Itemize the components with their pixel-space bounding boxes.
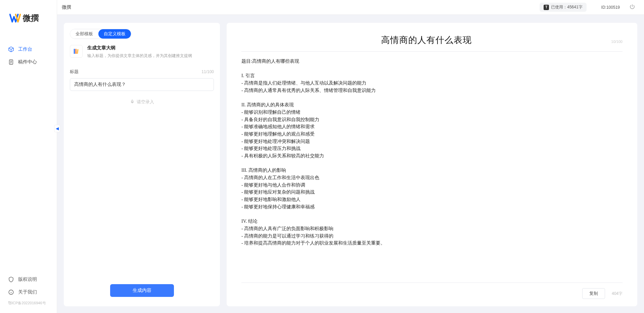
nav-item-copyright[interactable]: 版权说明 — [0, 274, 57, 285]
form-section: 标题 11/100 请空录入 — [64, 61, 220, 276]
books-icon — [70, 45, 83, 58]
output-footer: 复制 404字 — [241, 282, 623, 306]
svg-rect-3 — [75, 49, 77, 54]
template-tabs: 全部模板 自定义模板 — [64, 23, 220, 39]
cube-icon — [8, 46, 14, 52]
sidebar-collapse-handle[interactable]: ◀ — [54, 125, 60, 132]
document-icon — [8, 59, 14, 65]
sidebar: 微撰 工作台 稿件中心 ◀ — [0, 0, 57, 313]
tab-all-templates[interactable]: 全部模板 — [70, 29, 98, 39]
nav-item-workbench[interactable]: 工作台 — [0, 44, 57, 55]
nav-label: 工作台 — [18, 46, 32, 52]
svg-rect-5 — [132, 100, 133, 102]
tab-custom-templates[interactable]: 自定义模板 — [98, 29, 131, 39]
svg-rect-2 — [74, 49, 75, 54]
usage-text: 已使用：45641字 — [551, 4, 582, 10]
config-panel: 全部模板 自定义模板 生成文章大纲 输入标题，为你提供文章主 — [64, 23, 220, 306]
power-icon[interactable] — [629, 4, 635, 11]
logo: 微撰 — [0, 0, 57, 32]
work-area: 全部模板 自定义模板 生成文章大纲 输入标题，为你提供文章主 — [57, 15, 644, 313]
output-title-count: 10/100 — [611, 40, 623, 44]
left-footer: 生成内容 — [64, 276, 220, 306]
main: 微撰 T 已使用：45641字 ID:100519 全部模板 自定义模板 — [57, 0, 644, 313]
generate-button[interactable]: 生成内容 — [110, 284, 174, 297]
sidebar-footer: 版权说明 关于我们 鄂ICP备2022016946号 — [0, 274, 57, 313]
template-card: 生成文章大纲 输入标题，为你提供文章主体的灵感，并为其创建推文提纲 — [64, 39, 220, 61]
primary-nav: 工作台 稿件中心 — [0, 32, 57, 80]
copy-button[interactable]: 复制 — [582, 288, 605, 299]
output-word-count: 404字 — [612, 291, 623, 297]
nav-label: 稿件中心 — [18, 59, 37, 65]
output-title[interactable]: 高情商的人有什么表现 — [241, 34, 611, 46]
info-icon — [8, 289, 14, 295]
nav-item-about[interactable]: 关于我们 — [0, 286, 57, 298]
usage-chip[interactable]: T 已使用：45641字 — [540, 3, 586, 12]
title-char-count: 11/100 — [201, 69, 214, 74]
shield-icon — [8, 276, 14, 282]
topbar: 微撰 T 已使用：45641字 ID:100519 — [57, 0, 644, 15]
logo-mark-icon — [9, 13, 21, 23]
app-name: 微撰 — [62, 4, 71, 10]
template-title: 生成文章大纲 — [87, 45, 192, 51]
output-body[interactable]: 题目:高情商的人有哪些表现 I. 引言 - 高情商是指人们处理情绪、与他人互动以… — [227, 52, 637, 282]
mic-icon — [130, 99, 135, 105]
voice-input-button[interactable]: 请空录入 — [70, 99, 214, 105]
title-input[interactable] — [70, 78, 214, 91]
nav-item-drafts[interactable]: 稿件中心 — [0, 56, 57, 68]
nav-label: 关于我们 — [18, 289, 37, 295]
token-badge-icon: T — [544, 5, 549, 10]
voice-hint: 请空录入 — [137, 99, 154, 105]
template-desc: 输入标题，为你提供文章主体的灵感，并为其创建推文提纲 — [87, 53, 192, 59]
icp-text: 鄂ICP备2022016946号 — [0, 299, 57, 308]
user-id: ID:100519 — [601, 5, 620, 10]
brand-name: 微撰 — [23, 13, 39, 23]
nav-label: 版权说明 — [18, 276, 37, 282]
output-panel: 高情商的人有什么表现 10/100 题目:高情商的人有哪些表现 I. 引言 - … — [227, 23, 637, 306]
svg-rect-4 — [77, 49, 79, 54]
title-label: 标题 — [70, 69, 79, 75]
